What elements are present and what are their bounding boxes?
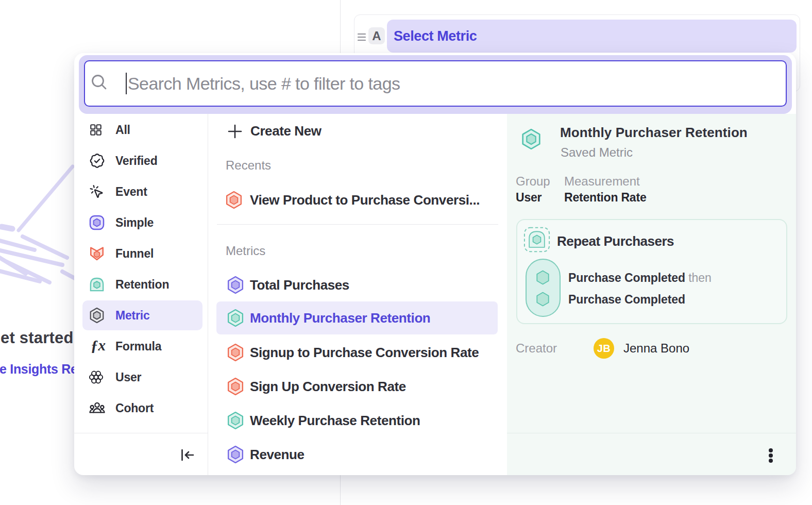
svg-text:ƒx: ƒx [91, 337, 106, 354]
